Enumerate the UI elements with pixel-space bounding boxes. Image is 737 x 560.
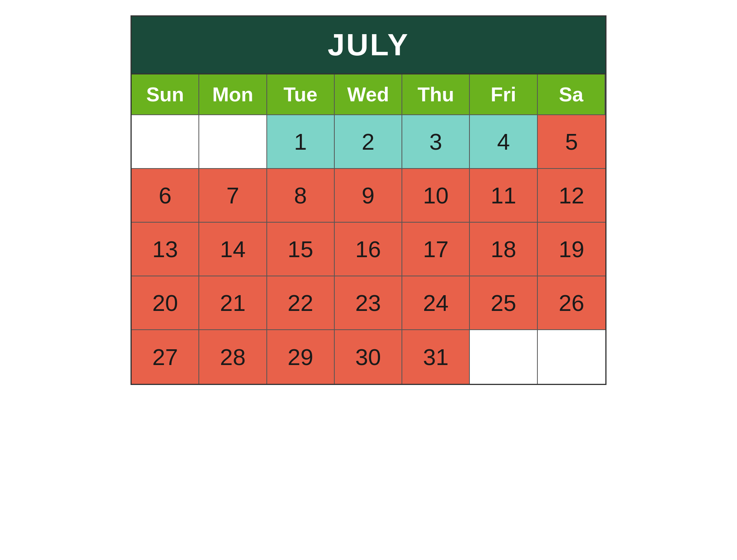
day-header: Thu [402, 74, 470, 115]
day-cell: 15 [267, 223, 335, 276]
day-header: Tue [267, 74, 335, 115]
day-cell [199, 115, 267, 169]
day-cell: 14 [199, 223, 267, 276]
day-cell: 25 [470, 276, 537, 330]
day-cell: 13 [132, 223, 199, 276]
day-cell: 29 [267, 330, 335, 384]
day-cell: 6 [132, 169, 199, 223]
day-cell: 12 [538, 169, 605, 223]
day-cell: 27 [132, 330, 199, 384]
day-cell: 28 [199, 330, 267, 384]
day-cell: 23 [335, 276, 402, 330]
day-cell: 26 [538, 276, 605, 330]
calendar-title: JULY [132, 27, 605, 63]
day-cell: 22 [267, 276, 335, 330]
day-cell: 18 [470, 223, 537, 276]
day-cell: 10 [402, 169, 470, 223]
calendar-grid: SunMonTueWedThuFriSa12345678910111213141… [132, 73, 605, 384]
day-cell: 31 [402, 330, 470, 384]
day-cell: 7 [199, 169, 267, 223]
day-cell: 5 [538, 115, 605, 169]
day-header: Fri [470, 74, 537, 115]
day-cell: 9 [335, 169, 402, 223]
day-cell: 16 [335, 223, 402, 276]
day-header: Mon [199, 74, 267, 115]
day-cell: 24 [402, 276, 470, 330]
day-header: Wed [335, 74, 402, 115]
day-header: Sa [538, 74, 605, 115]
day-cell [470, 330, 537, 384]
day-cell: 20 [132, 276, 199, 330]
calendar: JULY SunMonTueWedThuFriSa123456789101112… [131, 15, 606, 385]
day-header: Sun [132, 74, 199, 115]
day-cell: 1 [267, 115, 335, 169]
day-cell: 19 [538, 223, 605, 276]
day-cell [132, 115, 199, 169]
day-cell: 17 [402, 223, 470, 276]
day-cell: 21 [199, 276, 267, 330]
day-cell: 30 [335, 330, 402, 384]
day-cell: 2 [335, 115, 402, 169]
day-cell: 11 [470, 169, 537, 223]
day-cell [538, 330, 605, 384]
day-cell: 4 [470, 115, 537, 169]
day-cell: 3 [402, 115, 470, 169]
calendar-header: JULY [132, 17, 605, 73]
day-cell: 8 [267, 169, 335, 223]
